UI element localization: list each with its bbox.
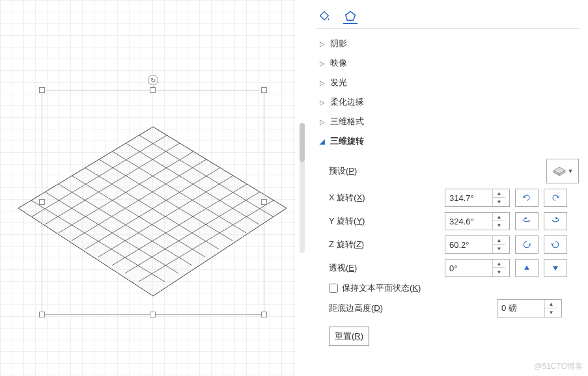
distance-label: 距底边高度(D)	[329, 302, 492, 314]
preset-dropdown[interactable]: ▼	[546, 159, 579, 183]
resize-handle-t[interactable]	[150, 87, 156, 93]
resize-handle-br[interactable]	[261, 312, 267, 317]
svg-marker-23	[346, 11, 356, 20]
resize-handle-l[interactable]	[39, 199, 45, 205]
section-3d-rotation[interactable]: ◢三维旋转	[317, 131, 579, 151]
tab-bar	[317, 5, 579, 29]
z-rotate-cw-button[interactable]	[544, 235, 567, 254]
z-rot-down[interactable]: ▼	[493, 245, 505, 253]
y-rotation-label: Y 旋转(Y)	[329, 215, 440, 227]
selection-box[interactable]: ↻	[42, 90, 264, 315]
perspective-label: 透视(E)	[329, 262, 440, 274]
keep-text-flat-label: 保持文本平面状态(K)	[342, 282, 421, 294]
section-reflection[interactable]: ▷映像	[317, 53, 579, 73]
scrollbar[interactable]	[296, 0, 308, 376]
y-rotate-right-button[interactable]	[544, 212, 567, 230]
section-3d-format[interactable]: ▷三维格式	[317, 112, 579, 131]
section-3d-format-label: 三维格式	[330, 116, 364, 128]
x-rot-up[interactable]: ▲	[493, 189, 505, 198]
resize-handle-bl[interactable]	[39, 312, 45, 317]
y-rot-up[interactable]: ▲	[493, 213, 505, 221]
resize-handle-tr[interactable]	[261, 87, 267, 93]
persp-up[interactable]: ▲	[493, 260, 505, 268]
x-rotate-right-button[interactable]	[544, 189, 567, 207]
y-rotation-input[interactable]	[445, 217, 492, 226]
perspective-up-button[interactable]	[515, 259, 539, 277]
distance-input[interactable]	[497, 304, 544, 314]
canvas-area[interactable]: ↻	[0, 0, 296, 376]
resize-handle-tl[interactable]	[39, 87, 45, 93]
distance-spinner[interactable]: ▲▼	[497, 299, 562, 317]
section-reflection-label: 映像	[330, 57, 347, 69]
x-rotation-spinner[interactable]: ▲▼	[445, 189, 510, 207]
resize-handle-b[interactable]	[150, 312, 156, 317]
x-rotation-input[interactable]	[445, 193, 492, 203]
z-rotate-ccw-button[interactable]	[515, 235, 539, 254]
z-rot-up[interactable]: ▲	[493, 236, 505, 245]
section-glow-label: 发光	[330, 77, 347, 88]
tab-fill-icon[interactable]	[317, 10, 331, 24]
dist-up[interactable]: ▲	[545, 300, 557, 308]
rotation-handle[interactable]: ↻	[148, 75, 158, 85]
z-rotation-spinner[interactable]: ▲▼	[445, 235, 510, 254]
section-shadow[interactable]: ▷阴影	[317, 34, 579, 53]
y-rotate-left-button[interactable]	[515, 212, 539, 230]
keep-text-flat-checkbox[interactable]	[329, 284, 338, 293]
x-rotation-label: X 旋转(X)	[329, 192, 440, 204]
persp-down[interactable]: ▼	[493, 268, 505, 276]
x-rotate-left-button[interactable]	[515, 189, 539, 207]
y-rotation-spinner[interactable]: ▲▼	[445, 212, 510, 230]
section-glow[interactable]: ▷发光	[317, 73, 579, 92]
section-shadow-label: 阴影	[330, 38, 347, 49]
rotation-controls: 预设(P) ▼ X 旋转(X) ▲▼ Y 旋转(Y) ▲▼ Z 旋转(Z) ▲▼	[317, 151, 579, 346]
preset-label: 预设(P)	[329, 165, 440, 177]
resize-handle-r[interactable]	[261, 199, 267, 205]
section-3d-rotation-label: 三维旋转	[330, 135, 364, 147]
section-soft-edges[interactable]: ▷柔化边缘	[317, 92, 579, 112]
scrollbar-thumb[interactable]	[300, 123, 305, 162]
perspective-down-button[interactable]	[544, 259, 567, 277]
dist-down[interactable]: ▼	[545, 308, 557, 317]
z-rotation-label: Z 旋转(Z)	[329, 239, 440, 250]
z-rotation-input[interactable]	[445, 240, 492, 250]
y-rot-down[interactable]: ▼	[493, 221, 505, 230]
format-panel: ▷阴影 ▷映像 ▷发光 ▷柔化边缘 ▷三维格式 ◢三维旋转 预设(P) ▼ X …	[308, 0, 588, 376]
section-soft-edges-label: 柔化边缘	[330, 96, 364, 108]
tab-effects-icon[interactable]	[343, 10, 357, 24]
perspective-input[interactable]	[445, 263, 492, 273]
reset-button[interactable]: 重置(R)	[329, 327, 369, 346]
x-rot-down[interactable]: ▼	[493, 198, 505, 206]
watermark: @51CTO博客	[534, 361, 583, 372]
perspective-spinner[interactable]: ▲▼	[445, 259, 510, 277]
